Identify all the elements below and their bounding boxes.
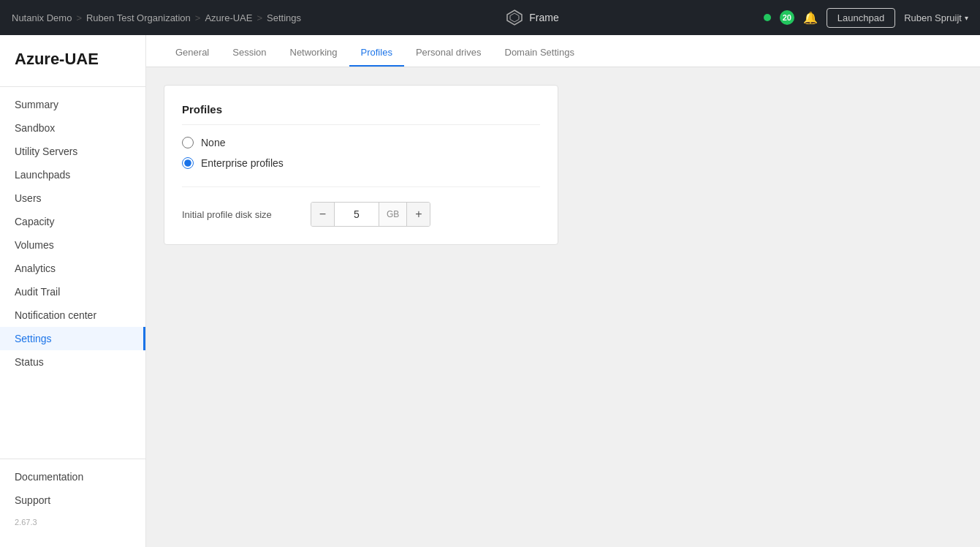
tab-general[interactable]: General — [164, 39, 221, 67]
topnav-actions: 20 🔔 Launchpad Ruben Spruijt ▾ — [764, 8, 968, 28]
radio-none-label: None — [201, 137, 225, 148]
sidebar-item-support[interactable]: Support — [0, 488, 145, 512]
sidebar-title: Azure-UAE — [0, 50, 145, 80]
tab-networking[interactable]: Networking — [278, 39, 349, 67]
separator-2: > — [195, 12, 201, 23]
frame-logo-icon — [506, 9, 523, 26]
tab-session[interactable]: Session — [221, 39, 278, 67]
disk-size-increment-button[interactable]: + — [406, 203, 430, 226]
sidebar-item-capacity[interactable]: Capacity — [0, 210, 145, 233]
profiles-card-title: Profiles — [182, 103, 540, 125]
svg-marker-1 — [510, 13, 519, 22]
disk-size-decrement-button[interactable]: − — [311, 203, 335, 226]
sidebar-item-status[interactable]: Status — [0, 350, 145, 374]
sidebar-item-sandbox[interactable]: Sandbox — [0, 116, 145, 140]
version-label: 2.67.3 — [0, 512, 145, 532]
svg-marker-0 — [507, 10, 522, 25]
launchpad-button[interactable]: Launchpad — [827, 8, 895, 28]
tab-profiles[interactable]: Profiles — [349, 39, 404, 67]
breadcrumb: Nutanix Demo > Ruben Test Organization >… — [12, 12, 301, 23]
chevron-down-icon: ▾ — [965, 14, 968, 22]
disk-size-control: − GB + — [311, 202, 430, 227]
tab-bar: General Session Networking Profiles Pers… — [146, 35, 980, 67]
tab-domain-settings[interactable]: Domain Settings — [493, 39, 586, 67]
profiles-card: Profiles None Enterprise profiles Initi — [164, 85, 558, 245]
radio-enterprise-label: Enterprise profiles — [201, 157, 284, 169]
sidebar-divider-top — [0, 86, 145, 87]
breadcrumb-settings[interactable]: Settings — [267, 12, 301, 23]
disk-size-label: Initial profile disk size — [182, 209, 299, 220]
content-area: Profiles None Enterprise profiles Initi — [146, 67, 980, 547]
disk-size-input[interactable] — [335, 205, 379, 223]
user-menu[interactable]: Ruben Spruijt ▾ — [904, 12, 968, 23]
disk-size-row: Initial profile disk size − GB + — [182, 202, 540, 227]
sidebar-item-volumes[interactable]: Volumes — [0, 233, 145, 257]
bell-icon[interactable]: 🔔 — [803, 11, 818, 25]
app-brand: Frame — [506, 9, 558, 26]
radio-none-input[interactable] — [182, 137, 194, 148]
tab-personal-drives[interactable]: Personal drives — [404, 39, 493, 67]
sidebar-item-utility-servers[interactable]: Utility Servers — [0, 140, 145, 163]
breadcrumb-nutanix[interactable]: Nutanix Demo — [12, 12, 72, 23]
sidebar-item-users[interactable]: Users — [0, 186, 145, 210]
card-divider — [182, 186, 540, 187]
separator-3: > — [257, 12, 262, 23]
app-name: Frame — [529, 12, 558, 23]
sidebar-item-settings[interactable]: Settings — [0, 327, 145, 350]
profile-type-radio-group: None Enterprise profiles — [182, 137, 540, 169]
main-content: General Session Networking Profiles Pers… — [146, 35, 980, 547]
sidebar-item-audit-trail[interactable]: Audit Trail — [0, 280, 145, 303]
sidebar-item-launchpads[interactable]: Launchpads — [0, 163, 145, 186]
sidebar-bottom: Documentation Support 2.67.3 — [0, 441, 145, 532]
breadcrumb-org[interactable]: Ruben Test Organization — [86, 12, 191, 23]
sidebar-item-summary[interactable]: Summary — [0, 93, 145, 116]
sidebar-item-notification-center[interactable]: Notification center — [0, 303, 145, 327]
sidebar: Azure-UAE Summary Sandbox Utility Server… — [0, 35, 146, 547]
disk-size-unit: GB — [379, 203, 406, 226]
notification-count-badge[interactable]: 20 — [780, 10, 794, 25]
sidebar-item-documentation[interactable]: Documentation — [0, 465, 145, 488]
status-dot-icon — [764, 14, 771, 21]
radio-none[interactable]: None — [182, 137, 540, 148]
sidebar-item-analytics[interactable]: Analytics — [0, 257, 145, 280]
user-name: Ruben Spruijt — [904, 12, 962, 23]
sidebar-divider-bottom — [0, 459, 145, 459]
separator-1: > — [76, 12, 82, 23]
breadcrumb-azure[interactable]: Azure-UAE — [205, 12, 252, 23]
radio-enterprise[interactable]: Enterprise profiles — [182, 157, 540, 169]
radio-enterprise-input[interactable] — [182, 157, 194, 169]
top-navigation: Nutanix Demo > Ruben Test Organization >… — [0, 0, 980, 35]
